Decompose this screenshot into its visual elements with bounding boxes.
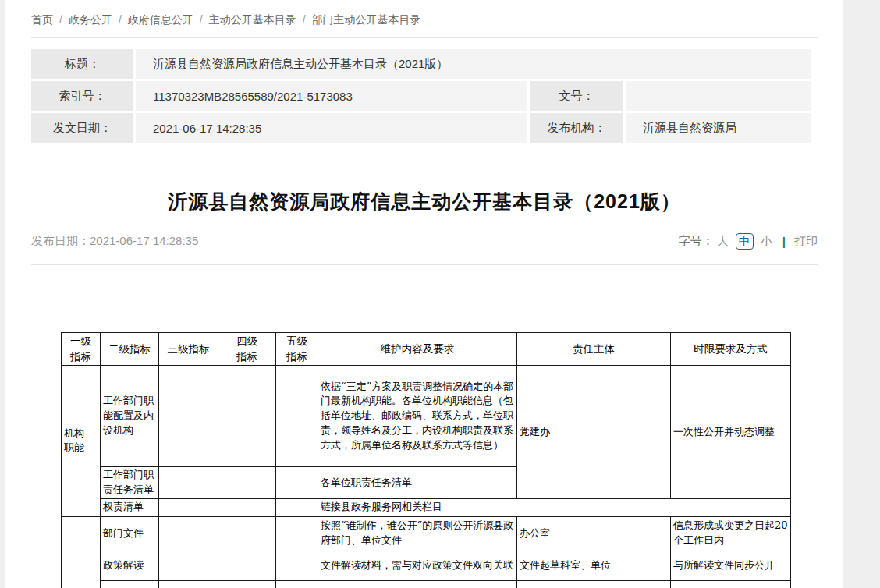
empty-cell — [159, 580, 218, 588]
table-row: 权责清单 链接县政务服务网相关栏目 — [62, 498, 791, 516]
cell-responsible: 党建办 — [517, 366, 671, 499]
breadcrumb: 首页/政务公开/政府信息公开/主动公开基本目录/部门主动公开基本目录 — [5, 0, 843, 27]
toolbar-divider: | — [782, 235, 786, 248]
cell-content: 文件解读材料，需与对应政策文件双向关联 — [318, 551, 517, 580]
breadcrumb-separator: / — [303, 13, 306, 26]
breadcrumb-item-home[interactable]: 首页 — [31, 13, 53, 26]
meta-index-label: 索引号： — [31, 81, 133, 111]
cell-content: 各单位职责任务清单 — [318, 467, 517, 499]
meta-docno-label: 文号： — [530, 81, 623, 111]
empty-cell — [276, 516, 318, 551]
print-button[interactable]: 打印 — [794, 234, 818, 249]
empty-cell — [218, 580, 276, 588]
font-size-label: 字号： — [679, 234, 714, 249]
page-title: 沂源县自然资源局政府信息主动公开基本目录（2021版） — [5, 188, 843, 214]
cell-level2: 权责清单 — [101, 498, 159, 516]
empty-cell — [218, 498, 276, 516]
empty-cell — [671, 580, 791, 588]
empty-cell — [276, 551, 318, 580]
content-table: 一级 指标 二级指标 三级指标 四级 指标 五级 指标 维护内容及要求 责任主体… — [61, 332, 791, 588]
empty-cell — [276, 498, 318, 516]
publish-date-label: 发布日期： — [31, 234, 90, 247]
article-toolbar: 发布日期：2021-06-17 14:28:35 字号： 大 中 小 | 打印 — [31, 233, 818, 250]
meta-index-value: 11370323MB28565589/2021-5173083 — [136, 81, 527, 111]
cell-content: 按照“谁制作，谁公开”的原则公开沂源县政府部门、单位文件 — [318, 516, 517, 551]
empty-cell — [276, 366, 318, 467]
empty-cell — [218, 366, 276, 467]
th-content: 维护内容及要求 — [318, 333, 517, 366]
toolbar-divider-line — [31, 264, 818, 265]
th-level5: 五级 指标 — [276, 333, 318, 366]
meta-org-value: 沂源县自然资源局 — [626, 113, 811, 143]
cell-time: 与所解读文件同步公开 — [671, 551, 791, 580]
empty-cell — [159, 551, 218, 580]
empty-cell — [218, 551, 276, 580]
empty-cell — [276, 580, 318, 588]
table-row: 机构 职能 工作部门职能配置及内设机构 依据“三定”方案及职责调整情况确定的本部… — [62, 366, 791, 467]
font-size-large-button[interactable]: 大 — [717, 234, 729, 249]
meta-title-value: 沂源县自然资源局政府信息主动公开基本目录（2021版） — [136, 49, 811, 79]
meta-date-label: 发文日期： — [31, 113, 133, 143]
breadcrumb-divider — [31, 37, 818, 38]
font-size-small-button[interactable]: 小 — [761, 234, 772, 249]
empty-cell — [318, 580, 517, 588]
th-level2: 二级指标 — [101, 333, 159, 366]
breadcrumb-separator: / — [200, 13, 203, 26]
empty-cell — [159, 467, 218, 499]
cell-time: 信息形成或变更之日起20个工作日内 — [671, 516, 791, 551]
cell-time: 一次性公开并动态调整 — [671, 366, 791, 499]
breadcrumb-item-xinxi[interactable]: 政府信息公开 — [128, 13, 193, 26]
cell-level2: 工作部门职责任务清单 — [101, 467, 159, 499]
publish-date-value: 2021-06-17 14:28:35 — [90, 234, 198, 247]
breadcrumb-item-mulu[interactable]: 主动公开基本目录 — [209, 13, 296, 26]
page-content: 首页/政务公开/政府信息公开/主动公开基本目录/部门主动公开基本目录 标题： 沂… — [5, 0, 843, 588]
meta-table: 标题： 沂源县自然资源局政府信息主动公开基本目录（2021版） 索引号： 113… — [31, 49, 818, 143]
th-time: 时限要求及方式 — [671, 333, 791, 366]
meta-date-value: 2021-06-17 14:28:35 — [136, 113, 527, 143]
empty-cell — [218, 516, 276, 551]
empty-cell — [159, 516, 218, 551]
cell-responsible: 文件起草科室、单位 — [517, 551, 671, 580]
cell-level1-jigouzhineng: 机构 职能 — [62, 366, 101, 517]
th-level1: 一级 指标 — [62, 333, 101, 366]
table-header-row: 一级 指标 二级指标 三级指标 四级 指标 五级 指标 维护内容及要求 责任主体… — [62, 333, 791, 366]
cell-level2: 政策解读 — [101, 551, 159, 580]
table-row-cutoff — [62, 580, 791, 588]
breadcrumb-item-zhengwu[interactable]: 政务公开 — [69, 13, 112, 26]
th-responsible: 责任主体 — [517, 333, 671, 366]
meta-org-label: 发布机构： — [530, 113, 623, 143]
cell-content: 依据“三定”方案及职责调整情况确定的本部门最新机构职能。各单位机构职能信息（包括… — [318, 366, 517, 467]
font-size-medium-button[interactable]: 中 — [736, 233, 754, 250]
cell-responsible: 办公室 — [517, 516, 671, 551]
cell-level1-empty — [62, 516, 101, 588]
empty-cell — [517, 580, 671, 588]
empty-cell — [159, 366, 218, 467]
cell-level2: 部门文件 — [101, 516, 159, 551]
table-row: 政策解读 文件解读材料，需与对应政策文件双向关联 文件起草科室、单位 与所解读文… — [62, 551, 791, 580]
th-level3: 三级指标 — [159, 333, 218, 366]
publish-date: 发布日期：2021-06-17 14:28:35 — [31, 234, 198, 249]
cell-level2: 工作部门职能配置及内设机构 — [101, 366, 159, 467]
empty-cell — [218, 467, 276, 499]
empty-cell — [276, 467, 318, 499]
th-level4: 四级 指标 — [218, 333, 276, 366]
breadcrumb-separator: / — [59, 13, 62, 26]
meta-title-label: 标题： — [31, 49, 133, 79]
empty-cell — [159, 498, 218, 516]
cell-content: 链接县政务服务网相关栏目 — [318, 498, 791, 516]
breadcrumb-separator: / — [119, 13, 122, 26]
empty-cell — [101, 580, 159, 588]
toolbar-tools: 字号： 大 中 小 | 打印 — [679, 233, 818, 250]
table-row: 部门文件 按照“谁制作，谁公开”的原则公开沂源县政府部门、单位文件 办公室 信息… — [62, 516, 791, 551]
meta-docno-value — [626, 81, 811, 111]
breadcrumb-item-current: 部门主动公开基本目录 — [312, 13, 421, 26]
